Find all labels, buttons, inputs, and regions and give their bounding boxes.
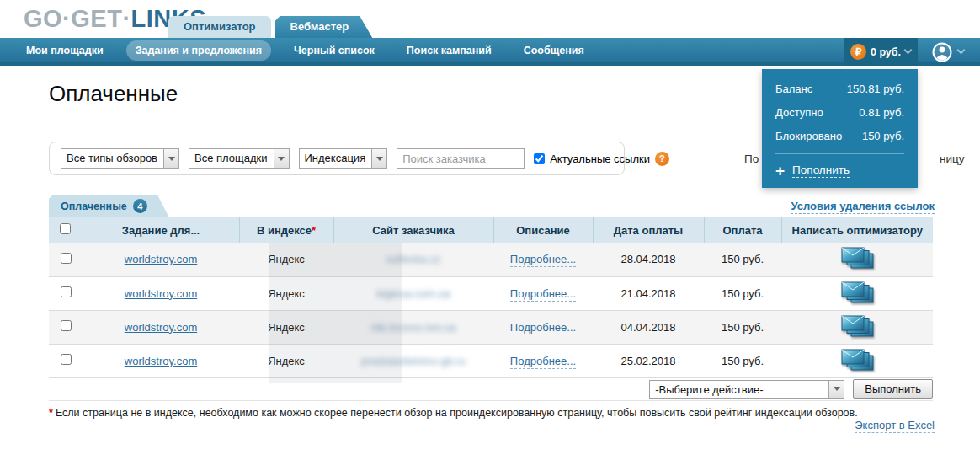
table-row: worldstroy.com Яндекс biglesa.com.ua Под… [49,276,933,310]
gogetlinks-webmaster-page: GO·GET·LINKS Оптимизатор Вебмастер Мои п… [0,0,980,455]
row-checkbox[interactable] [61,253,72,264]
paid-count-badge: 4 [133,199,147,213]
row-checkbox[interactable] [61,320,72,331]
link-removal-terms-link[interactable]: Условия удаления ссылок [791,200,935,214]
row-checkbox[interactable] [61,286,72,297]
column-description: Описание [493,217,593,243]
platform-value: Все площадки [189,149,273,168]
nav-item-blacklist[interactable]: Черный список [285,40,384,61]
write-to-optimizer-icon[interactable] [839,314,875,338]
write-to-optimizer-icon[interactable] [839,281,875,304]
review-type-select[interactable]: Все типы обзоров [61,148,179,169]
customer-site-blurred: rbk-kronos.lviv.ua [371,321,456,334]
pagination-text-fragment: ницу [940,153,964,165]
payment-date: 04.04.2018 [593,310,704,344]
actual-links-filter: Актуальные ссылки ? [534,152,669,166]
tab-paid[interactable]: Оплаченные 4 [49,195,169,217]
nav-item-my-platforms[interactable]: Мои площадки [17,40,113,61]
payment-date: 21.04.2018 [593,276,704,310]
task-site-link[interactable]: worldstroy.com [125,321,197,334]
ruble-icon: ₽ [850,44,866,60]
paid-tasks-table: Задание для... В индексе* Сайт заказчика… [49,217,933,378]
customer-site-blurred: sofievka.cz [386,253,440,265]
nav-item-campaign-search[interactable]: Поиск кампаний [397,40,501,61]
customer-search-input[interactable] [397,148,525,169]
details-link[interactable]: Подробнее... [510,287,576,302]
role-tabs: Оптимизатор Вебмастер [168,16,372,38]
filter-bar: Все типы обзоров Все площадки Индексация… [49,142,625,175]
nav-item-tasks-and-offers[interactable]: Задания и предложения [126,40,271,61]
index-status: Яндекс [239,310,333,344]
payment-date: 28.04.2018 [593,243,704,276]
select-arrow-icon [274,149,289,168]
column-site: Сайт заказчика [333,217,493,243]
pagination-text-fragment: По [744,153,759,165]
tab-webmaster[interactable]: Вебмастер [275,16,373,38]
balance-value: 150.81 руб. [847,83,904,95]
required-asterisk: * [312,224,316,237]
details-link[interactable]: Подробнее... [510,355,576,369]
plus-icon: + [775,163,785,179]
logo-prefix: GO·GET· [24,5,131,32]
payment-date: 25.02.2018 [593,344,704,377]
balance-amount: 0 руб. [871,46,901,58]
table-row: worldstroy.com Яндекс predstavitelstvo-g… [49,344,933,377]
column-index: В индексе* [239,217,333,243]
platform-select[interactable]: Все площадки [189,148,289,169]
balance-row: Баланс 150.81 руб. [775,83,904,95]
actual-links-label: Актуальные ссылки [550,153,650,165]
export-excel-link[interactable]: Экспорт в Excel [855,419,935,433]
tab-optimizer[interactable]: Оптимизатор [168,16,271,38]
column-write: Написать оптимизатору [781,217,933,243]
row-checkbox[interactable] [61,354,72,365]
table-header-row: Задание для... В индексе* Сайт заказчика… [49,217,933,243]
write-to-optimizer-icon[interactable] [839,246,875,270]
balance-dropdown-panel: Баланс 150.81 руб. Доступно 0.81 руб. Бл… [762,69,918,188]
indexing-select[interactable]: Индексация [299,148,388,169]
chevron-down-icon [957,46,966,55]
select-all-checkbox[interactable] [60,223,71,234]
balance-link[interactable]: Баланс [775,83,812,95]
review-type-value: Все типы обзоров [61,149,163,168]
details-link[interactable]: Подробнее... [510,321,576,335]
details-link[interactable]: Подробнее... [510,253,576,267]
available-row: Доступно 0.81 руб. [775,106,904,119]
column-task: Задание для... [83,217,239,243]
chevron-down-icon [904,46,913,55]
task-site-link[interactable]: worldstroy.com [125,355,197,367]
select-arrow-icon [828,381,844,398]
write-to-optimizer-icon[interactable] [839,348,875,372]
select-arrow-icon [371,149,386,168]
help-icon[interactable]: ? [655,152,669,166]
top-bar: GO·GET·LINKS Оптимизатор Вебмастер [0,0,980,38]
task-site-link[interactable]: worldstroy.com [125,253,197,265]
footnote-asterisk: * [49,407,53,419]
blocked-row: Блокировано 150 руб. [775,130,904,142]
blocked-label: Блокировано [775,130,842,142]
actual-links-checkbox[interactable] [534,153,545,164]
main-nav: Мои площадки Задания и предложения Черны… [0,38,980,66]
nav-item-messages[interactable]: Сообщения [514,40,594,61]
payment-amount: 150 руб. [704,276,781,310]
execute-button[interactable]: Выполнить [853,379,933,399]
index-status: Яндекс [239,344,333,377]
user-menu-button[interactable] [923,38,973,66]
column-payment: Оплата [704,217,781,243]
topup-label: Пополнить [792,163,850,178]
blocked-value: 150 руб. [862,130,904,142]
index-footnote: *Если страница не в индексе, необходимо … [49,407,891,419]
task-site-link[interactable]: worldstroy.com [125,287,197,300]
index-status: Яндекс [239,243,333,276]
bulk-action-bar: -Выберите действие- Выполнить [49,377,933,401]
balance-menu-button[interactable]: ₽ 0 руб. [844,38,918,66]
footnote-text: Если страница не в индексе, необходимо к… [56,407,858,419]
payment-amount: 150 руб. [704,243,781,276]
table-row: worldstroy.com Яндекс rbk-kronos.lviv.ua… [49,310,933,344]
dropdown-divider [775,153,904,154]
select-all-header [49,217,83,243]
topup-button[interactable]: + Пополнить [775,163,904,179]
customer-site-blurred: biglesa.com.ua [376,287,450,300]
payment-amount: 150 руб. [704,344,781,377]
table-row: worldstroy.com Яндекс sofievka.cz Подроб… [49,243,933,276]
bulk-action-select[interactable]: -Выберите действие- [649,380,844,399]
